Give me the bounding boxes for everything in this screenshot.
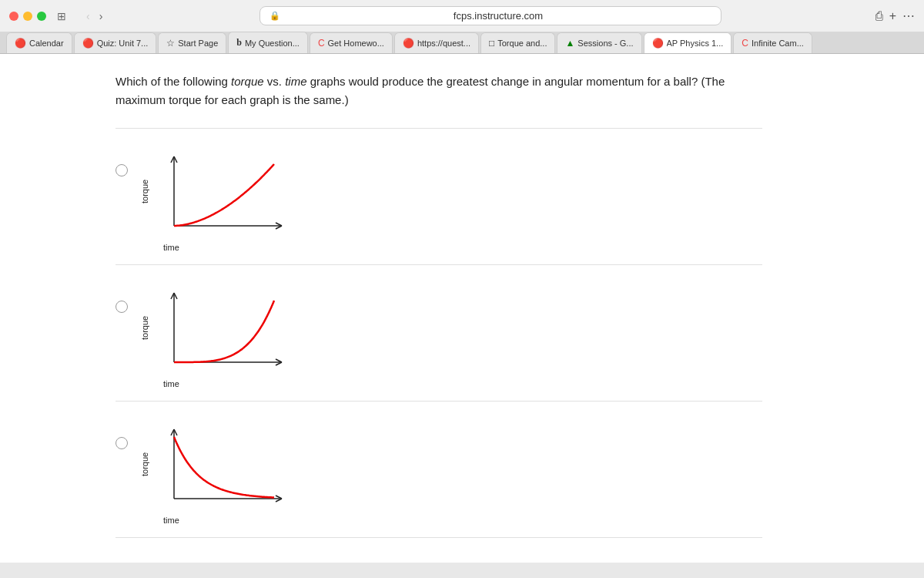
close-button[interactable] bbox=[9, 12, 18, 21]
option-a: torque time bbox=[116, 128, 762, 265]
ap-physics-icon: 🔴 bbox=[652, 38, 664, 49]
main-content: Which of the following torque vs. time g… bbox=[100, 54, 793, 563]
graph-canvas-c bbox=[152, 414, 299, 514]
back-button[interactable]: ‹ bbox=[83, 8, 93, 24]
x-label-a: time bbox=[163, 243, 179, 252]
option-d: torque time bbox=[116, 538, 762, 563]
lock-icon: 🔒 bbox=[270, 11, 280, 21]
tabs-bar: 🔴 Calendar 🔴 Quiz: Unit 7... ☆ Start Pag… bbox=[0, 32, 924, 54]
tab-my-question[interactable]: b My Question... bbox=[228, 32, 308, 53]
tab-ap-physics[interactable]: 🔴 AP Physics 1... bbox=[644, 32, 732, 53]
torque-icon: □ bbox=[489, 38, 494, 49]
y-label-c: torque bbox=[140, 433, 149, 495]
calendar-tab-icon: 🔴 bbox=[15, 38, 26, 49]
tab-quiz[interactable]: 🔴 Quiz: Unit 7... bbox=[74, 32, 157, 53]
tab-get-homewo[interactable]: C Get Homewo... bbox=[310, 32, 393, 53]
tab-infinite-cam[interactable]: C Infinite Cam... bbox=[733, 32, 812, 53]
star-icon: ☆ bbox=[166, 38, 175, 49]
forward-button[interactable]: › bbox=[96, 8, 106, 24]
graph-c: torque time bbox=[140, 414, 299, 525]
quiz-tab-icon: 🔴 bbox=[82, 38, 94, 49]
x-label-b: time bbox=[163, 379, 179, 388]
y-label-b: torque bbox=[140, 297, 149, 358]
tab-https-quest[interactable]: 🔴 https://quest... bbox=[394, 32, 479, 53]
page-content: Which of the following torque vs. time g… bbox=[0, 54, 924, 563]
menu-button[interactable]: ⋯ bbox=[902, 8, 915, 23]
graph-canvas-b bbox=[152, 277, 299, 378]
radio-c[interactable] bbox=[116, 437, 128, 449]
radio-a[interactable] bbox=[116, 164, 128, 176]
graph-d: torque time bbox=[140, 550, 299, 563]
graph-a: torque time bbox=[140, 141, 299, 252]
b-icon: b bbox=[236, 37, 242, 49]
x-label-c: time bbox=[163, 516, 179, 525]
maximize-button[interactable] bbox=[37, 12, 46, 21]
y-label-a: torque bbox=[140, 160, 149, 222]
window-controls bbox=[9, 12, 46, 21]
graph-canvas-a bbox=[152, 141, 299, 241]
radio-b[interactable] bbox=[116, 301, 128, 313]
quest-icon: 🔴 bbox=[403, 38, 414, 49]
graph-b: torque time bbox=[140, 277, 299, 388]
sidebar-button[interactable]: ⊞ bbox=[52, 8, 71, 24]
minimize-button[interactable] bbox=[23, 12, 32, 21]
tab-calendar[interactable]: 🔴 Calendar bbox=[6, 32, 72, 53]
question-text: Which of the following torque vs. time g… bbox=[116, 72, 762, 109]
sessions-icon: ▲ bbox=[565, 38, 574, 49]
tab-torque-and[interactable]: □ Torque and... bbox=[480, 32, 555, 53]
tab-sessions-g[interactable]: ▲ Sessions - G... bbox=[557, 32, 641, 53]
option-b: torque time bbox=[116, 265, 762, 402]
add-tab-button[interactable]: + bbox=[889, 8, 896, 23]
option-c: torque time bbox=[116, 402, 762, 538]
graph-canvas-d bbox=[152, 550, 299, 563]
url-text: fcps.instructure.com bbox=[285, 10, 711, 22]
address-bar[interactable]: 🔒 fcps.instructure.com bbox=[259, 6, 721, 25]
infinite-icon: C bbox=[742, 38, 748, 49]
tab-start-page[interactable]: ☆ Start Page bbox=[158, 32, 226, 53]
c-homewo-icon: C bbox=[318, 38, 325, 49]
share-button[interactable]: ⎙ bbox=[875, 8, 883, 23]
